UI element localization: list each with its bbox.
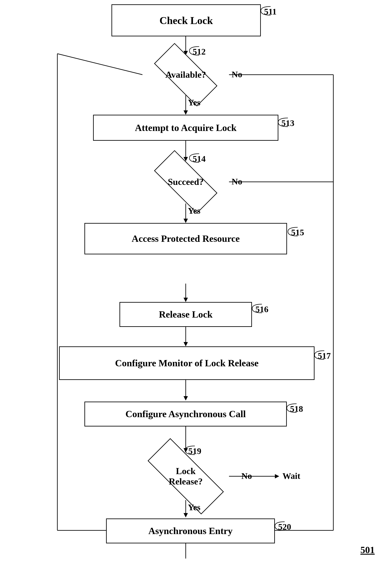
label-lock-release-no: No	[241, 471, 252, 481]
node-access-resource: Access Protected Resource	[84, 223, 287, 254]
svg-marker-9	[184, 298, 188, 302]
label-succeed-no: No	[232, 176, 242, 187]
svg-marker-17	[184, 513, 188, 517]
label-available-yes: Yes	[188, 97, 200, 108]
node-release-lock: Release Lock	[119, 302, 252, 327]
svg-marker-26	[275, 474, 279, 479]
node-configure-async: Configure Asynchronous Call	[84, 402, 287, 426]
svg-line-23	[57, 54, 142, 75]
label-succeed-yes: Yes	[188, 206, 200, 216]
node-async-entry: Asynchronous Entry	[106, 518, 275, 543]
svg-marker-11	[184, 342, 188, 346]
label-lock-release-yes: Yes	[188, 502, 200, 512]
label-wait: Wait	[282, 471, 300, 481]
svg-marker-13	[184, 396, 188, 400]
diamond-available: Available?	[142, 54, 229, 95]
node-attempt-acquire: Attempt to Acquire Lock	[93, 115, 278, 141]
node-check-lock: Check Lock	[112, 4, 261, 36]
label-available-no: No	[232, 69, 242, 80]
svg-marker-7	[184, 219, 188, 223]
flowchart-diagram: Check Lock 511 Available? 512 No Yes Att…	[0, 0, 392, 562]
svg-marker-3	[184, 110, 188, 115]
figure-label: 501	[360, 544, 375, 555]
node-configure-monitor: Configure Monitor of Lock Release	[59, 346, 314, 380]
diamond-succeed: Succeed?	[142, 161, 229, 202]
diamond-lock-release: Lock Release?	[132, 454, 240, 499]
